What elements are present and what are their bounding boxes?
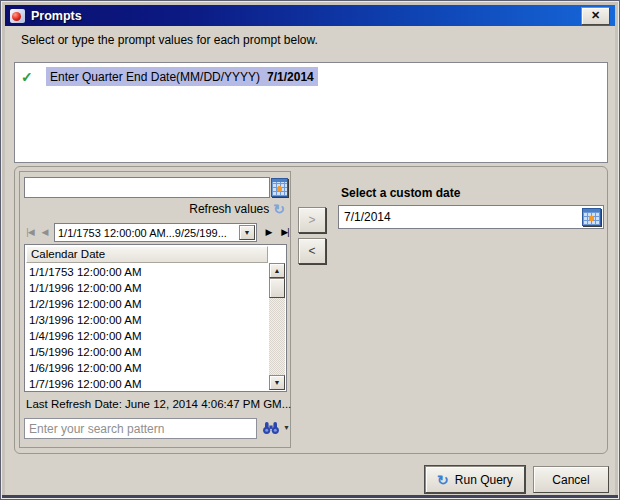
previous-page-button[interactable]: ◀ (38, 223, 51, 242)
scroll-up-icon: ▲ (274, 267, 281, 274)
remove-arrow-icon: < (308, 244, 315, 258)
value-filter-input[interactable] (24, 177, 270, 198)
prompt-current-value: 7/1/2014 (267, 70, 314, 84)
list-item[interactable]: 1/3/1996 12:00:00 AM (26, 312, 268, 328)
add-arrow-icon: > (308, 213, 315, 227)
refresh-icon[interactable]: ↻ (273, 203, 285, 215)
run-query-refresh-icon: ↻ (437, 474, 449, 486)
refresh-values-link[interactable]: Refresh values (189, 202, 269, 216)
add-value-button[interactable]: > (298, 207, 326, 233)
list-item[interactable]: 1/6/1996 12:00:00 AM (26, 360, 268, 376)
list-item[interactable]: 1/5/1996 12:00:00 AM (26, 344, 268, 360)
value-range-dropdown[interactable]: 1/1/1753 12:00:00 AM...9/25/199... ▼ (54, 223, 257, 242)
refresh-row: Refresh values ↻ (189, 202, 285, 216)
last-page-button[interactable]: ▶| (276, 223, 294, 242)
scroll-down-button[interactable]: ▼ (269, 375, 285, 390)
custom-date-input[interactable]: 7/1/2014 (339, 210, 581, 224)
filter-calendar-button[interactable] (270, 177, 289, 198)
list-item[interactable]: 1/2/1996 12:00:00 AM (26, 296, 268, 312)
calendar-icon (271, 178, 288, 197)
cancel-label: Cancel (552, 473, 589, 487)
cancel-button[interactable]: Cancel (533, 466, 609, 493)
list-scrollbar[interactable]: ▲ ▼ (269, 263, 285, 390)
remove-value-button[interactable]: < (298, 238, 326, 264)
page-navigation: |◀ ◀ 1/1/1753 12:00:00 AM...9/25/199... … (22, 223, 294, 242)
calendar-icon (582, 208, 601, 226)
scroll-down-icon: ▼ (274, 379, 281, 386)
prompt-item-selected[interactable]: Enter Quarter End Date(MM/DD/YYYY) 7/1/2… (46, 67, 318, 86)
list-of-values-panel: Refresh values ↻ |◀ ◀ 1/1/1753 12:00:00 … (19, 171, 291, 448)
last-refresh-date: Last Refresh Date: June 12, 2014 4:06:47… (26, 398, 291, 410)
list-item[interactable]: 1/7/1996 12:00:00 AM (26, 376, 268, 390)
list-item[interactable]: 1/1/1753 12:00:00 AM (26, 264, 268, 280)
binoculars-icon[interactable] (262, 421, 280, 438)
instruction-text: Select or type the prompt values for eac… (21, 33, 318, 47)
prompt-label: Enter Quarter End Date(MM/DD/YYYY) (50, 70, 260, 84)
value-range-text: 1/1/1753 12:00:00 AM...9/25/199... (55, 227, 239, 239)
window-title: Prompts (31, 9, 82, 23)
dropdown-arrow-icon[interactable]: ▼ (239, 225, 255, 240)
list-item[interactable]: 1/4/1996 12:00:00 AM (26, 328, 268, 344)
prompt-list-box: ✓ Enter Quarter End Date(MM/DD/YYYY) 7/1… (14, 62, 608, 163)
answered-check-icon: ✓ (21, 69, 33, 85)
prompts-dialog: Prompts ✕ Select or type the prompt valu… (0, 0, 620, 500)
first-page-button[interactable]: |◀ (22, 223, 38, 242)
title-bar[interactable]: Prompts ✕ (5, 5, 615, 26)
close-icon: ✕ (591, 9, 600, 22)
custom-date-label: Select a custom date (341, 186, 460, 200)
custom-date-field: 7/1/2014 (338, 205, 604, 229)
next-page-button[interactable]: ▶ (261, 223, 276, 242)
close-button[interactable]: ✕ (581, 7, 610, 25)
list-item[interactable]: 1/1/1996 12:00:00 AM (26, 280, 268, 296)
search-options-caret-icon[interactable]: ▼ (283, 424, 290, 431)
list-column-header[interactable]: Calendar Date (26, 246, 268, 263)
search-pattern-input[interactable] (24, 418, 257, 439)
run-query-label: Run Query (455, 473, 513, 487)
scroll-up-button[interactable]: ▲ (269, 263, 285, 278)
app-icon (10, 9, 25, 23)
custom-date-calendar-button[interactable] (581, 207, 602, 227)
calendar-date-listbox: Calendar Date 1/1/1753 12:00:00 AM1/1/19… (24, 244, 287, 392)
calendar-date-list: 1/1/1753 12:00:00 AM1/1/1996 12:00:00 AM… (26, 264, 268, 390)
run-query-button[interactable]: ↻ Run Query (425, 466, 525, 493)
scrollbar-thumb[interactable] (269, 278, 285, 298)
